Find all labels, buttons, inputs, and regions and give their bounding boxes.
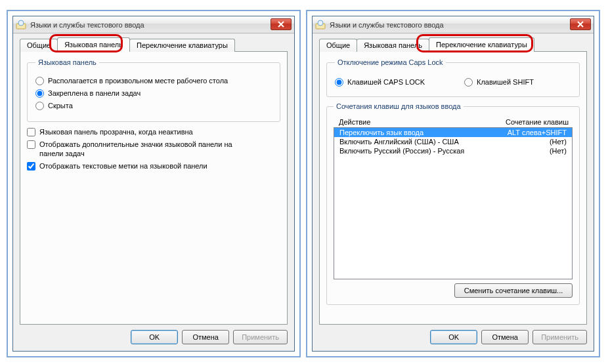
dialog-langbar: Языки и службы текстового ввода Общие Яз… xyxy=(12,16,295,352)
radio-caps-capslock[interactable] xyxy=(335,78,343,87)
check-transparent-label: Языковая панель прозрачна, когда неактив… xyxy=(39,127,193,136)
svg-point-3 xyxy=(318,20,323,26)
hotkeys-header: Действие Сочетание клавиш xyxy=(334,115,573,127)
radio-hidden-label: Скрыта xyxy=(48,101,73,110)
dialog-buttons: OK Отмена Применить xyxy=(20,325,288,344)
window-title: Языки и службы текстового ввода xyxy=(330,21,444,29)
tab-switch[interactable]: Переключение клавиатуры xyxy=(429,37,534,52)
close-button[interactable] xyxy=(570,18,591,30)
langbar-group: Языковая панель Располагается в произвол… xyxy=(27,58,280,122)
titlebar: Языки и службы текстового ввода xyxy=(13,16,294,33)
tab-general[interactable]: Общие xyxy=(20,39,58,52)
row-action: Переключить язык ввода xyxy=(339,129,423,136)
cancel-button[interactable]: Отмена xyxy=(182,330,229,344)
caps-group: Отключение режима Caps Lock Клавишей CAP… xyxy=(326,58,580,97)
tab-strip: Общие Языковая панель Переключение клави… xyxy=(20,37,288,52)
check-extra-icons[interactable] xyxy=(27,140,35,149)
radio-dock-label: Закреплена в панели задач xyxy=(48,89,141,98)
dialog-buttons: OK Отмена Применить xyxy=(319,325,587,344)
tab-general[interactable]: Общие xyxy=(319,39,357,52)
keyboard-services-icon xyxy=(315,20,326,30)
check-text-labels-label: Отображать текстовые метки на языковой п… xyxy=(39,161,207,171)
hotkeys-group-title: Сочетания клавиш для языков ввода xyxy=(334,102,464,110)
caps-group-title: Отключение режима Caps Lock xyxy=(335,58,446,66)
row-keys: (Нет) xyxy=(550,147,567,155)
apply-button[interactable]: Применить xyxy=(233,330,288,344)
row-action: Включить Русский (Россия) - Русская xyxy=(339,147,464,155)
hotkeys-row[interactable]: Включить Русский (Россия) - Русская (Нет… xyxy=(334,146,572,155)
tab-langbar[interactable]: Языковая панель xyxy=(357,39,429,52)
tab-langbar[interactable]: Языковая панель xyxy=(57,37,130,52)
col-action: Действие xyxy=(339,118,370,126)
tab-strip: Общие Языковая панель Переключение клави… xyxy=(319,37,587,52)
keyboard-services-icon xyxy=(16,20,26,30)
row-action: Включить Английский (США) - США xyxy=(339,138,459,146)
ok-button[interactable]: OK xyxy=(430,330,477,344)
window-title: Языки и службы текстового ввода xyxy=(30,21,144,29)
hotkeys-list[interactable]: Переключить язык ввода ALT слева+SHIFT В… xyxy=(334,127,573,279)
hotkeys-row[interactable]: Переключить язык ввода ALT слева+SHIFT xyxy=(334,128,572,137)
tab-switch[interactable]: Переключение клавиатуры xyxy=(129,39,235,52)
check-text-labels[interactable] xyxy=(27,162,35,171)
check-transparent[interactable] xyxy=(27,128,35,136)
radio-hidden[interactable] xyxy=(35,102,44,110)
radio-float-label: Располагается в произвольном месте рабоч… xyxy=(48,76,228,85)
row-keys: (Нет) xyxy=(550,138,567,146)
hotkeys-row[interactable]: Включить Английский (США) - США (Нет) xyxy=(334,137,572,146)
close-button[interactable] xyxy=(271,18,292,30)
radio-dock[interactable] xyxy=(35,89,44,98)
radio-caps-shift-label: Клавишей SHIFT xyxy=(477,77,534,87)
change-hotkey-button[interactable]: Сменить сочетание клавиш... xyxy=(454,283,573,298)
svg-point-1 xyxy=(18,20,24,26)
langbar-group-title: Языковая панель xyxy=(35,58,99,66)
tab-panel-switch: Отключение режима Caps Lock Клавишей CAP… xyxy=(319,51,587,325)
titlebar: Языки и службы текстового ввода xyxy=(313,16,594,33)
radio-float[interactable] xyxy=(35,77,44,85)
radio-caps-capslock-label: Клавишей CAPS LOCK xyxy=(347,77,425,87)
ok-button[interactable]: OK xyxy=(131,330,178,344)
check-extra-icons-label: Отображать дополнительные значки языково… xyxy=(39,140,250,158)
cancel-button[interactable]: Отмена xyxy=(481,330,529,344)
row-keys: ALT слева+SHIFT xyxy=(508,129,567,136)
tab-panel-langbar: Языковая панель Располагается в произвол… xyxy=(20,51,288,325)
col-keys: Сочетание клавиш xyxy=(506,118,569,126)
apply-button[interactable]: Применить xyxy=(532,330,587,344)
hotkeys-group: Сочетания клавиш для языков ввода Действ… xyxy=(326,102,580,305)
dialog-switch: Языки и службы текстового ввода Общие Яз… xyxy=(312,16,594,352)
radio-caps-shift[interactable] xyxy=(464,78,473,87)
